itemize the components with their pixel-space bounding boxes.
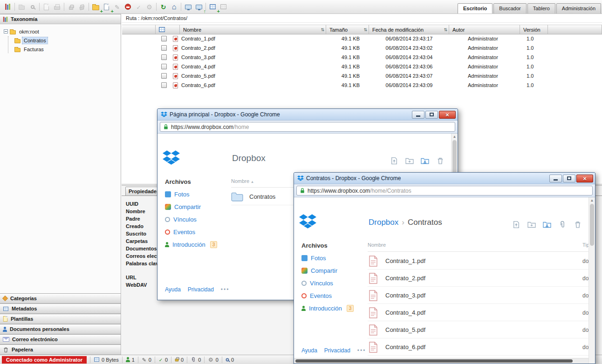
nav-label[interactable]: Fotos <box>174 191 190 198</box>
panel-header-plantillas[interactable]: Plantillas <box>0 314 121 324</box>
column-header-autor[interactable]: Autor <box>449 25 520 34</box>
folder-name[interactable]: Contratos <box>249 193 275 200</box>
minimize-button[interactable] <box>549 175 562 182</box>
more-menu[interactable]: ••• <box>221 286 230 293</box>
vertical-scrollbar[interactable]: ▲ <box>588 197 595 364</box>
file-row[interactable]: Contrato_5.pdf documento Hace 3 <box>368 321 595 338</box>
nav-label[interactable]: Introducción <box>309 305 342 312</box>
create-folder-icon[interactable]: + <box>90 1 101 12</box>
column-header-version[interactable]: Versión <box>520 25 548 34</box>
file-name[interactable]: Contrato_5.pdf <box>181 73 215 79</box>
nav-introduccion[interactable]: Introducción3 <box>301 305 354 312</box>
file-row[interactable]: Contrato_2.pdf 49.1 KB 06/08/2014 23:43:… <box>122 44 602 53</box>
row-checkbox[interactable] <box>161 82 167 88</box>
panel-header-taxonomia[interactable]: Taxonomía <box>0 14 121 24</box>
close-button[interactable] <box>576 175 593 182</box>
url-input[interactable]: https://www.dropbox.com/home <box>160 122 455 132</box>
file-name[interactable]: Contrato_3.pdf <box>181 54 215 60</box>
scroll-up-arrow[interactable]: ▲ <box>452 134 458 140</box>
nav-label[interactable]: Compartir <box>174 203 201 210</box>
checkin-icon[interactable] <box>133 1 144 12</box>
maximize-button[interactable] <box>563 175 575 182</box>
file-name[interactable]: Contrato_5.pdf <box>385 326 425 333</box>
row-checkbox[interactable] <box>161 45 167 51</box>
link-icon[interactable] <box>558 221 567 229</box>
new-folder-icon[interactable] <box>405 157 414 165</box>
breadcrumb-root[interactable]: Dropbox <box>369 218 398 227</box>
panel-header-categorias[interactable]: Categorías <box>0 293 121 303</box>
row-checkbox[interactable] <box>161 54 167 60</box>
file-row[interactable]: Contrato_1.pdf 49.1 KB 06/08/2014 23:43:… <box>122 34 602 44</box>
file-row[interactable]: Contrato_6.pdf documento Hace 3 <box>368 338 595 356</box>
list-header-label[interactable]: Nombre <box>231 178 253 184</box>
url-input[interactable]: https://www.dropbox.com/home/Contratos <box>296 186 593 195</box>
footer-link-ayuda[interactable]: Ayuda <box>165 286 181 293</box>
tab-tablero[interactable]: Tablero <box>527 3 555 13</box>
panel-header-correo[interactable]: Correo electrónico <box>0 334 121 344</box>
scroll-thumb[interactable] <box>452 140 457 175</box>
tree-node-facturas[interactable]: Facturas <box>13 45 119 53</box>
tree-node-label[interactable]: Facturas <box>22 46 45 53</box>
file-row[interactable]: Contrato_6.pdf 49.1 KB 06/08/2014 23:43:… <box>122 81 602 90</box>
tree-node-label[interactable]: okm:root <box>18 28 41 35</box>
column-header-select[interactable] <box>156 25 180 34</box>
nav-label[interactable]: Eventos <box>310 292 332 299</box>
file-name[interactable]: Contrato_2.pdf <box>181 45 215 51</box>
file-row[interactable]: Contrato_4.pdf 49.1 KB 06/08/2014 23:43:… <box>122 62 602 72</box>
home-icon[interactable] <box>169 1 179 12</box>
row-checkbox[interactable] <box>161 64 167 69</box>
download-icon[interactable] <box>41 1 52 12</box>
dropbox-logo[interactable] <box>299 214 316 229</box>
delete-icon[interactable] <box>574 221 582 229</box>
nav-compartir[interactable]: Compartir <box>301 267 354 274</box>
scroll-thumb[interactable] <box>590 204 594 246</box>
footer-link-privacidad[interactable]: Privacidad <box>188 286 214 293</box>
share-folder-icon[interactable] <box>543 221 551 229</box>
upload-file-icon[interactable] <box>390 157 398 165</box>
file-name[interactable]: Contrato_1.pdf <box>385 257 425 264</box>
scroll-up-arrow[interactable]: ▲ <box>589 197 595 203</box>
nav-archivos[interactable]: Archivos <box>165 178 217 185</box>
share-folder-icon[interactable] <box>421 157 429 165</box>
row-checkbox[interactable] <box>161 73 167 79</box>
file-name[interactable]: Contrato_6.pdf <box>385 344 425 351</box>
new-folder-icon[interactable] <box>527 221 536 229</box>
refresh-icon[interactable] <box>158 1 169 12</box>
omr-icon[interactable] <box>218 1 229 12</box>
cancel-edit-icon[interactable] <box>123 1 133 12</box>
file-name[interactable]: Contrato_4.pdf <box>385 309 425 316</box>
tree-node-label[interactable]: Contratos <box>22 37 48 44</box>
nav-introduccion[interactable]: Introducción3 <box>165 241 217 248</box>
nav-vinculos[interactable]: Vínculos <box>301 280 354 287</box>
workflow-icon[interactable]: + <box>207 1 218 12</box>
nav-label[interactable]: Archivos <box>165 178 191 185</box>
new-document-icon[interactable]: + <box>101 1 112 12</box>
window-title-bar[interactable]: Contratos - Dropbox - Google Chrome <box>294 173 595 184</box>
delete-icon[interactable] <box>436 157 445 165</box>
close-button[interactable] <box>439 111 456 119</box>
minimize-button[interactable] <box>412 111 424 119</box>
bookshelf-icon[interactable] <box>2 1 13 12</box>
nav-archivos[interactable]: Archivos <box>301 242 354 249</box>
horizontal-scrollbar[interactable] <box>294 358 588 364</box>
collapse-icon[interactable] <box>4 29 8 34</box>
file-name[interactable]: Contrato_1.pdf <box>181 36 215 41</box>
nav-label[interactable]: Eventos <box>173 229 195 236</box>
nav-label[interactable]: Compartir <box>311 267 337 274</box>
file-row[interactable]: Contrato_1.pdf documento Hace 4 <box>368 252 595 270</box>
nav-eventos[interactable]: Eventos <box>301 292 354 299</box>
nav-fotos[interactable]: Fotos <box>301 255 354 262</box>
file-row[interactable]: Contrato_2.pdf documento Hace 4 <box>368 270 595 287</box>
unlock-icon[interactable] <box>76 1 87 12</box>
nav-label[interactable]: Vínculos <box>173 216 197 223</box>
row-checkbox[interactable] <box>161 36 167 41</box>
footer-link-ayuda[interactable]: Ayuda <box>301 347 317 354</box>
upload-file-icon[interactable] <box>512 221 520 229</box>
dropbox-logo[interactable] <box>163 150 180 165</box>
window-title-bar[interactable]: Página principal - Dropbox - Google Chro… <box>157 109 458 120</box>
panel-header-papelera[interactable]: Papelera <box>0 344 121 355</box>
nav-eventos[interactable]: Eventos <box>165 229 217 236</box>
tree-node-contratos[interactable]: Contratos <box>13 36 119 44</box>
scanner-icon[interactable] <box>183 1 193 12</box>
file-name[interactable]: Contrato_3.pdf <box>385 292 425 299</box>
